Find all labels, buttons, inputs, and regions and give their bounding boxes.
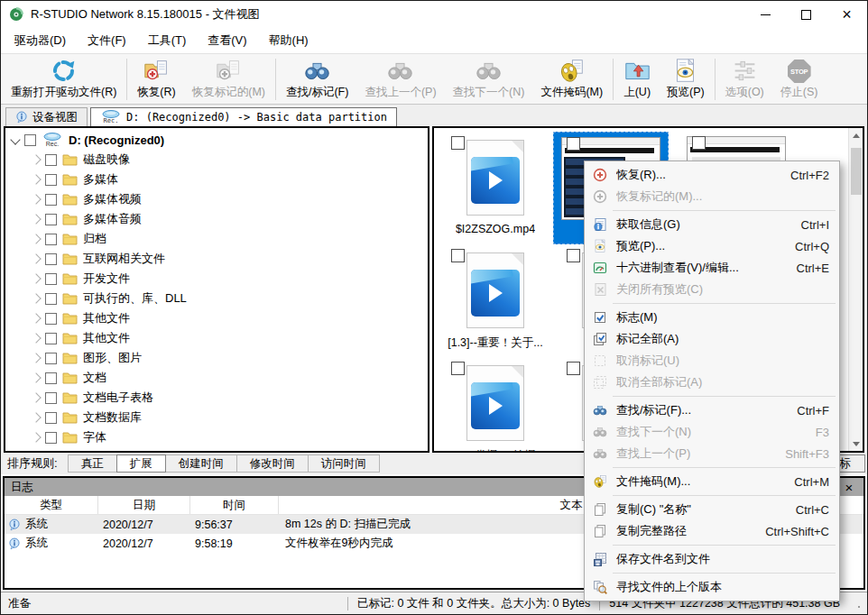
tree-item-multimedia[interactable]: 多媒体 — [5, 170, 428, 189]
file-checkbox[interactable] — [567, 137, 580, 151]
file-item-video[interactable]: [2.3]--掌握CE挖掘... — [438, 357, 553, 451]
toolbar-recover-button[interactable]: 恢复(R) — [129, 56, 183, 103]
chevron-right-icon[interactable] — [31, 372, 41, 382]
tab-partition-view[interactable]: Rec. D: (Recognized0) -> Basic data part… — [90, 107, 397, 126]
menu-item-copy-full-path[interactable]: 复制完整路径Ctrl+Shift+C — [586, 520, 838, 542]
tree-checkbox[interactable] — [45, 253, 57, 265]
tree-item-multimedia-audio[interactable]: 多媒体音频 — [5, 209, 428, 229]
tree-checkbox[interactable] — [45, 234, 57, 245]
tree-item-fonts[interactable]: 字体 — [5, 427, 428, 447]
tree-item-other-files-1[interactable]: 其他文件 — [5, 308, 428, 328]
tree-item-disk-images[interactable]: 磁盘映像 — [5, 150, 428, 170]
chevron-right-icon[interactable] — [31, 412, 41, 422]
menu-item-preview[interactable]: 预览(P)...Ctrl+Q — [586, 235, 838, 257]
tree-checkbox[interactable] — [45, 293, 57, 305]
tree-checkbox[interactable] — [45, 372, 57, 384]
tree-item-graphics[interactable]: 图形、图片 — [5, 348, 428, 368]
file-item-video[interactable]: $I2ZSZOG.mp4 — [438, 132, 553, 244]
tree-root-drive[interactable]: Rec. D: (Recognized0) — [5, 130, 428, 150]
sort-tab-extension[interactable]: 扩展 — [116, 454, 166, 473]
log-col-time[interactable]: 时间 — [190, 496, 279, 514]
chevron-right-icon[interactable] — [31, 194, 41, 204]
scrollbar-track[interactable] — [849, 142, 863, 436]
file-checkbox[interactable] — [451, 249, 465, 262]
maximize-button[interactable] — [786, 1, 826, 28]
tree-item-archives[interactable]: 归档 — [5, 229, 428, 249]
toolbar-up-button[interactable]: 上(U) — [615, 56, 659, 103]
tree-checkbox[interactable] — [45, 313, 57, 325]
sort-tab-accessed[interactable]: 访问时间 — [308, 454, 380, 473]
menu-help[interactable]: 帮助(H) — [258, 28, 319, 53]
chevron-right-icon[interactable] — [31, 234, 41, 243]
minimize-button[interactable] — [745, 1, 786, 28]
menu-item-mark-all[interactable]: 标记全部(A) — [586, 328, 838, 350]
tree-checkbox[interactable] — [45, 194, 57, 206]
menu-item-recover[interactable]: 恢复(R)...Ctrl+F2 — [586, 164, 838, 186]
tree-checkbox[interactable] — [45, 353, 57, 364]
scroll-down-icon[interactable] — [849, 436, 863, 451]
tree-checkbox[interactable] — [45, 333, 57, 344]
tree-item-spreadsheets[interactable]: 文档电子表格 — [5, 388, 428, 408]
file-checkbox[interactable] — [451, 136, 465, 150]
chevron-right-icon[interactable] — [31, 174, 41, 184]
tree-item-multimedia-video[interactable]: 多媒体视频 — [5, 189, 428, 209]
menu-item-hex-view[interactable]: 十六进制查看(V)/编辑...Ctrl+E — [586, 257, 838, 279]
chevron-right-icon[interactable] — [31, 313, 41, 323]
menu-item-save-filenames[interactable]: 保存文件名到文件 — [586, 548, 838, 570]
resize-grip[interactable] — [851, 599, 860, 608]
menu-item-find-mark[interactable]: 查找/标记(F)...Ctrl+F — [586, 399, 838, 421]
tree-item-internet-files[interactable]: 互联网相关文件 — [5, 249, 428, 269]
tree-item-documents[interactable]: 文档 — [5, 368, 428, 388]
tree-item-dev-files[interactable]: 开发文件 — [5, 269, 428, 289]
file-item-video[interactable]: [1.3]--重要！关于... — [438, 244, 553, 357]
log-col-date[interactable]: 日期 — [98, 496, 190, 514]
tree-checkbox[interactable] — [45, 154, 57, 166]
chevron-right-icon[interactable] — [31, 253, 41, 263]
file-checkbox[interactable] — [567, 249, 580, 262]
file-checkbox[interactable] — [451, 362, 465, 375]
menu-item-copy-name[interactable]: 复制(C) "名称"Ctrl+C — [586, 499, 838, 520]
close-button[interactable]: × — [826, 1, 867, 28]
menu-item-get-info[interactable]: 获取信息(G)Ctrl+I — [586, 214, 838, 235]
menu-drive[interactable]: 驱动器(D) — [4, 28, 77, 53]
files-view-mode-tab-fragment[interactable]: 标 — [837, 454, 865, 473]
log-close-icon[interactable]: × — [841, 481, 857, 494]
scrollbar-thumb[interactable] — [851, 148, 862, 195]
vertical-scrollbar[interactable] — [848, 128, 863, 451]
tree-item-databases[interactable]: 文档数据库 — [5, 408, 428, 427]
chevron-down-icon[interactable] — [10, 134, 20, 144]
chevron-right-icon[interactable] — [31, 353, 41, 363]
tree-checkbox[interactable] — [45, 432, 57, 444]
file-checkbox[interactable] — [567, 362, 580, 375]
file-checkbox[interactable] — [692, 136, 706, 150]
tab-device-view[interactable]: 设备视图 — [5, 107, 88, 126]
tree-root-checkbox[interactable] — [24, 134, 36, 146]
tree-checkbox[interactable] — [45, 273, 57, 285]
sort-tab-real[interactable]: 真正 — [68, 454, 117, 473]
tree-item-executables[interactable]: 可执行的、库、DLL — [5, 289, 428, 308]
tree-checkbox[interactable] — [45, 392, 57, 404]
menu-file[interactable]: 文件(F) — [77, 28, 137, 53]
menu-item-file-mask[interactable]: 文件掩码(M)...Ctrl+M — [586, 471, 838, 492]
toolbar-reopen-drive-button[interactable]: 重新打开驱动文件(R) — [3, 56, 125, 103]
toolbar-preview-button[interactable]: 预览(P) — [659, 56, 713, 103]
chevron-right-icon[interactable] — [31, 293, 41, 303]
tree-checkbox[interactable] — [45, 412, 57, 424]
log-col-type[interactable]: 类型 — [5, 496, 98, 514]
toolbar-file-mask-button[interactable]: 文件掩码(M) — [532, 56, 611, 103]
sort-tab-created[interactable]: 创建时间 — [165, 454, 237, 473]
chevron-right-icon[interactable] — [31, 273, 41, 283]
tree-checkbox[interactable] — [45, 214, 57, 225]
tree-checkbox[interactable] — [45, 174, 57, 186]
chevron-right-icon[interactable] — [31, 333, 41, 343]
menu-item-find-previous-version[interactable]: 寻找文件的上个版本 — [586, 576, 838, 598]
toolbar-find-mark-button[interactable]: 查找/标记(F) — [278, 56, 356, 103]
chevron-right-icon[interactable] — [31, 392, 41, 402]
menu-tools[interactable]: 工具(T) — [137, 28, 198, 53]
sort-tab-modified[interactable]: 修改时间 — [236, 454, 309, 473]
chevron-right-icon[interactable] — [31, 154, 41, 164]
scroll-up-icon[interactable] — [849, 128, 863, 142]
tree-item-other-files-2[interactable]: 其他文件 — [5, 328, 428, 348]
menu-item-mark[interactable]: 标志(M) — [586, 307, 838, 328]
chevron-right-icon[interactable] — [31, 432, 41, 442]
